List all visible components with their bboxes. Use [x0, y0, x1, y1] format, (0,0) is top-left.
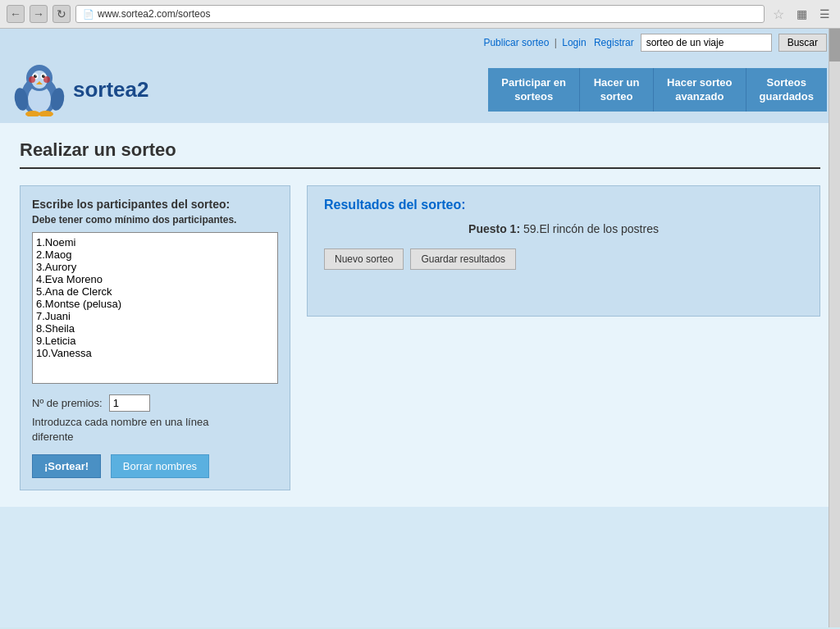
title-divider: [20, 167, 820, 169]
nav-avanzado-line1: Hacer sorteo: [667, 76, 732, 90]
browser-toolbar: ← → ↻ 📄 www.sortea2.com/sorteos ☆ ▦ ☰: [0, 0, 840, 29]
nav-hacer[interactable]: Hacer un sorteo: [580, 68, 654, 112]
registrar-link[interactable]: Registrar: [594, 37, 634, 48]
left-panel: Escribe los participantes del sorteo: De…: [20, 185, 290, 490]
header-main: sortea2 Participar en sorteos Hacer un s…: [0, 57, 840, 123]
premios-input[interactable]: [109, 394, 150, 412]
url-text: www.sortea2.com/sorteos: [98, 8, 210, 20]
guardar-resultados-button[interactable]: Guardar resultados: [410, 248, 516, 270]
signal-icon: ▦: [792, 5, 810, 23]
premios-label: Nº de premios:: [32, 397, 103, 409]
nav-hacer-line1: Hacer un: [593, 76, 640, 90]
nuevo-sorteo-button[interactable]: Nuevo sorteo: [324, 248, 404, 270]
search-button[interactable]: Buscar: [778, 34, 827, 52]
nav-guardados-line2: guardados: [760, 90, 814, 104]
logo-area: sortea2: [13, 57, 149, 123]
publicar-link[interactable]: Publicar sorteo: [483, 37, 549, 48]
forward-button[interactable]: →: [30, 5, 48, 23]
right-panel: Resultados del sorteo: Puesto 1: 59.El r…: [307, 185, 820, 317]
refresh-button[interactable]: ↻: [52, 5, 71, 23]
top-bar: Publicar sorteo | Login Registrar Buscar: [0, 29, 840, 57]
scrollbar[interactable]: [829, 29, 840, 627]
action-buttons: ¡Sortear! Borrar nombres: [32, 454, 278, 478]
result-entry: Puesto 1: 59.El rincón de los postres: [324, 222, 803, 235]
svg-point-11: [29, 76, 35, 83]
content-area: Realizar un sorteo Escribe los participa…: [0, 123, 840, 507]
scrollbar-thumb[interactable]: [829, 29, 840, 62]
top-bar-links: Publicar sorteo | Login Registrar: [483, 37, 633, 48]
borrar-button[interactable]: Borrar nombres: [111, 454, 209, 478]
page-title: Realizar un sorteo: [20, 139, 820, 161]
panel-title: Escribe los participantes del sorteo:: [32, 198, 278, 211]
participants-textarea[interactable]: 1.Noemi 2.Maog 3.Aurory 4.Eva Moreno 5.A…: [32, 232, 278, 384]
main-nav: Participar en sorteos Hacer un sorteo Ha…: [488, 68, 827, 112]
site-header: Publicar sorteo | Login Registrar Buscar: [0, 29, 840, 123]
page-wrapper: Publicar sorteo | Login Registrar Buscar: [0, 29, 840, 627]
nav-guardados[interactable]: Sorteos guardados: [746, 68, 827, 112]
results-buttons: Nuevo sorteo Guardar resultados: [324, 248, 803, 270]
menu-icon[interactable]: ☰: [815, 5, 833, 23]
premios-row: Nº de premios:: [32, 394, 278, 412]
svg-point-9: [43, 75, 45, 76]
panel-subtitle: Debe tener como mínimo dos participantes…: [32, 214, 278, 226]
main-layout: Escribe los participantes del sorteo: De…: [20, 185, 820, 490]
result-value: 59.El rincón de los postres: [523, 222, 659, 235]
nav-participar-line2: sorteos: [501, 90, 566, 104]
nav-avanzado-line2: avanzado: [667, 90, 732, 104]
login-link[interactable]: Login: [562, 37, 586, 48]
address-bar[interactable]: 📄 www.sortea2.com/sorteos: [75, 5, 765, 23]
nav-guardados-line1: Sorteos: [760, 76, 814, 90]
result-label: Puesto 1:: [468, 222, 520, 235]
sortear-button[interactable]: ¡Sortear!: [32, 454, 101, 478]
site-name: sortea2: [73, 77, 149, 103]
results-title: Resultados del sorteo:: [324, 198, 803, 212]
logo-penguin-icon: [13, 63, 66, 116]
back-button[interactable]: ←: [7, 5, 25, 23]
instructions: Introduzca cada nombre en una líneadifer…: [32, 415, 278, 444]
separator: |: [555, 37, 559, 48]
svg-point-12: [43, 76, 50, 83]
bookmark-icon[interactable]: ☆: [769, 5, 788, 23]
svg-point-8: [35, 75, 37, 76]
top-search-input[interactable]: [641, 34, 772, 52]
nav-avanzado[interactable]: Hacer sorteo avanzado: [654, 68, 746, 112]
page-icon: 📄: [83, 9, 94, 20]
nav-hacer-line2: sorteo: [593, 90, 640, 104]
nav-participar[interactable]: Participar en sorteos: [488, 68, 580, 112]
nav-participar-line1: Participar en: [501, 76, 566, 90]
